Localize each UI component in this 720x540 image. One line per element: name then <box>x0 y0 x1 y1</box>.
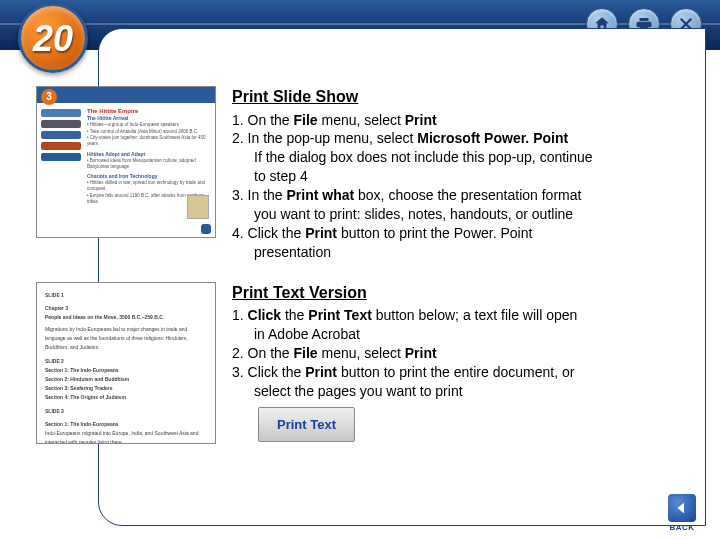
thumb-badge: 3 <box>41 89 57 105</box>
section-title-a: Print Slide Show <box>232 86 692 108</box>
section-print-slideshow: 3 The Hittite Empire The Hittite Arrival… <box>36 86 692 262</box>
content: 3 The Hittite Empire The Hittite Arrival… <box>28 80 692 520</box>
section-print-text: SLIDE 1 Chapter 3 People and Ideas on th… <box>36 282 692 444</box>
back-button[interactable]: BACK <box>668 494 696 532</box>
chapter-badge: 20 <box>18 3 88 73</box>
text-thumbnail: SLIDE 1 Chapter 3 People and Ideas on th… <box>36 282 216 444</box>
chapter-number: 20 <box>21 6 85 72</box>
back-arrow-icon <box>668 494 696 522</box>
back-label: BACK <box>668 523 696 532</box>
thumb-next-icon <box>201 224 211 234</box>
section-title-b: Print Text Version <box>232 282 692 304</box>
slideshow-instructions: Print Slide Show 1. On the File menu, se… <box>232 86 692 262</box>
print-text-button[interactable]: Print Text <box>258 407 355 443</box>
thumb-image <box>187 195 209 219</box>
text-instructions: Print Text Version 1. Click the Print Te… <box>232 282 692 444</box>
slide-thumbnail: 3 The Hittite Empire The Hittite Arrival… <box>36 86 216 238</box>
